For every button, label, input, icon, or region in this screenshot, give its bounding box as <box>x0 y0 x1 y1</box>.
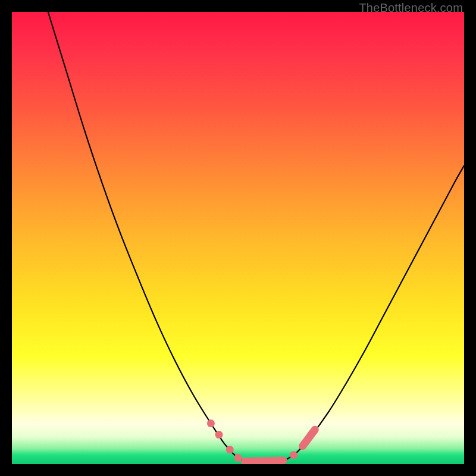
right-bead-1 <box>290 451 298 459</box>
left-bead-2 <box>215 431 223 439</box>
right-curve <box>286 165 464 460</box>
left-bead-1 <box>207 419 215 427</box>
marker-layer <box>207 419 315 462</box>
left-curve <box>48 12 245 461</box>
left-bead-4 <box>234 454 242 462</box>
attribution-text: TheBottleneck.com <box>359 1 463 15</box>
left-bead-3 <box>226 446 234 453</box>
chart-frame: TheBottleneck.com <box>0 0 476 476</box>
right-segment <box>303 430 315 446</box>
plot-area <box>12 12 464 464</box>
curve-layer <box>12 12 464 464</box>
floor-segment <box>245 461 283 462</box>
